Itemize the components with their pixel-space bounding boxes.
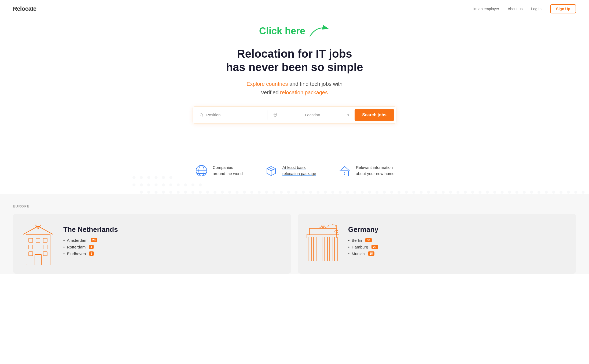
click-here-text: Click here xyxy=(259,25,305,37)
svg-rect-278 xyxy=(314,237,317,261)
country-card-netherlands[interactable]: The Netherlands Amsterdam 28 Rotterdam 4… xyxy=(13,214,291,274)
eindhoven-badge: 3 xyxy=(89,251,94,256)
home-info-icon xyxy=(338,164,352,178)
svg-line-253 xyxy=(202,116,203,117)
hero-title: Relocation for IT jobs has never been so… xyxy=(13,47,576,74)
munich-badge: 15 xyxy=(368,251,374,256)
netherlands-name: The Netherlands xyxy=(63,225,283,234)
city-amsterdam: Amsterdam 28 xyxy=(63,238,283,243)
search-jobs-button[interactable]: Search jobs xyxy=(355,109,394,121)
section-label-europe: EUROPE xyxy=(13,205,576,208)
search-icon xyxy=(199,113,204,117)
signup-button[interactable]: Sign Up xyxy=(550,4,576,13)
svg-rect-282 xyxy=(334,237,338,261)
svg-rect-269 xyxy=(29,245,33,249)
svg-rect-270 xyxy=(36,245,40,249)
nav-links: I'm an employer About us Log In Sign Up xyxy=(473,4,576,13)
city-rotterdam: Rotterdam 4 xyxy=(63,245,283,249)
city-berlin: Berlin 36 xyxy=(348,238,568,243)
svg-rect-266 xyxy=(29,238,33,242)
svg-point-252 xyxy=(200,113,203,116)
netherlands-info: The Netherlands Amsterdam 28 Rotterdam 4… xyxy=(63,222,283,256)
hero-subtitle: Explore countries and find tech jobs wit… xyxy=(13,80,576,97)
svg-line-261 xyxy=(269,168,273,170)
feature-package-text: At least basic relocation package xyxy=(282,165,316,177)
employer-link[interactable]: I'm an employer xyxy=(473,7,499,11)
hero-section: Click here Relocation for IT jobs has ne… xyxy=(0,18,589,194)
svg-rect-271 xyxy=(43,245,47,249)
login-link[interactable]: Log In xyxy=(531,7,542,11)
city-munich: Munich 15 xyxy=(348,251,568,256)
feature-info: Relevant information about your new home xyxy=(338,164,395,178)
germany-illustration xyxy=(304,222,342,265)
netherlands-illustration xyxy=(19,222,57,265)
city-hamburg: Hamburg 26 xyxy=(348,245,568,249)
features-section: Companies around the world At least basi… xyxy=(0,156,589,194)
hero-content: Click here Relocation for IT jobs has ne… xyxy=(0,18,589,156)
search-bar: Location ▾ Search jobs xyxy=(193,106,396,124)
arrow-icon xyxy=(308,23,330,39)
globe-icon xyxy=(194,164,208,178)
navbar: Relocate I'm an employer About us Log In… xyxy=(0,0,589,18)
svg-rect-280 xyxy=(324,237,327,261)
germany-info: Germany Berlin 36 Hamburg 26 Munich 15 xyxy=(348,222,568,256)
hamburg-badge: 26 xyxy=(371,245,378,249)
site-logo[interactable]: Relocate xyxy=(13,5,36,12)
click-here-annotation: Click here xyxy=(13,23,576,39)
svg-rect-273 xyxy=(43,252,47,256)
svg-rect-267 xyxy=(36,238,40,242)
feature-global: Companies around the world xyxy=(194,164,243,178)
position-input[interactable] xyxy=(206,113,263,117)
position-input-wrapper[interactable] xyxy=(195,110,267,120)
country-cards-grid: The Netherlands Amsterdam 28 Rotterdam 4… xyxy=(13,214,576,274)
svg-point-254 xyxy=(275,114,276,115)
svg-rect-277 xyxy=(308,237,311,261)
svg-rect-268 xyxy=(43,238,47,242)
svg-rect-265 xyxy=(26,234,50,265)
europe-section: EUROPE xyxy=(0,194,589,274)
city-eindhoven: Eindhoven 3 xyxy=(63,251,283,256)
svg-rect-274 xyxy=(35,254,41,265)
location-icon xyxy=(273,113,278,117)
berlin-badge: 36 xyxy=(365,238,372,242)
germany-cities: Berlin 36 Hamburg 26 Munich 15 xyxy=(348,238,568,256)
box-icon xyxy=(264,164,278,178)
country-card-germany[interactable]: Germany Berlin 36 Hamburg 26 Munich 15 xyxy=(298,214,576,274)
feature-package: At least basic relocation package xyxy=(264,164,316,178)
chevron-down-icon: ▾ xyxy=(347,113,349,117)
amsterdam-badge: 28 xyxy=(91,238,97,242)
svg-rect-272 xyxy=(29,252,33,256)
svg-rect-279 xyxy=(319,237,322,261)
svg-rect-281 xyxy=(330,237,333,261)
netherlands-cities: Amsterdam 28 Rotterdam 4 Eindhoven 3 xyxy=(63,238,283,256)
svg-point-285 xyxy=(322,225,324,228)
feature-info-text: Relevant information about your new home xyxy=(356,165,395,177)
location-dropdown[interactable]: Location ▾ xyxy=(268,110,354,120)
svg-point-263 xyxy=(344,172,345,173)
location-text: Location xyxy=(280,113,345,117)
svg-rect-283 xyxy=(307,234,339,238)
about-link[interactable]: About us xyxy=(508,7,522,11)
germany-name: Germany xyxy=(348,225,568,234)
feature-global-text: Companies around the world xyxy=(213,165,243,177)
rotterdam-badge: 4 xyxy=(89,245,94,249)
